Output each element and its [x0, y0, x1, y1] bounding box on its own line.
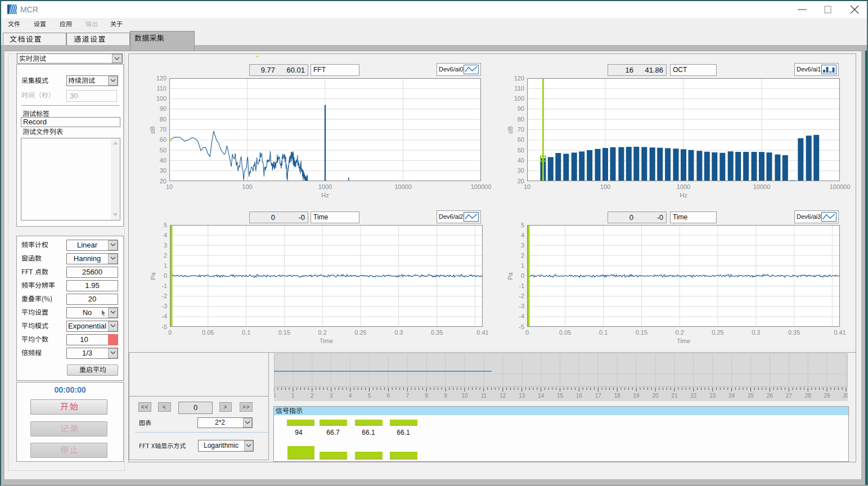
svg-text:7: 7	[406, 393, 410, 399]
svg-text:26: 26	[767, 393, 773, 399]
svg-text:16: 16	[576, 393, 583, 399]
svg-text:22: 22	[690, 393, 697, 399]
svg-text:0: 0	[274, 393, 276, 399]
svg-text:5: 5	[368, 393, 371, 399]
svg-text:25: 25	[748, 393, 754, 399]
svg-text:15: 15	[557, 393, 564, 399]
svg-text:4: 4	[349, 393, 352, 399]
svg-text:20: 20	[652, 393, 659, 399]
svg-text:10: 10	[461, 393, 468, 399]
svg-text:1: 1	[291, 393, 295, 399]
svg-text:18: 18	[614, 393, 621, 399]
svg-text:3: 3	[330, 393, 333, 399]
svg-text:23: 23	[709, 393, 716, 399]
svg-text:27: 27	[786, 393, 793, 399]
svg-text:2: 2	[311, 393, 314, 399]
svg-text:6: 6	[387, 393, 390, 399]
svg-text:12: 12	[500, 393, 506, 399]
svg-text:13: 13	[519, 393, 525, 399]
svg-text:14: 14	[538, 393, 545, 399]
svg-text:8: 8	[425, 393, 428, 399]
svg-text:17: 17	[595, 393, 602, 399]
svg-text:21: 21	[671, 393, 678, 399]
svg-text:19: 19	[633, 393, 640, 399]
svg-text:28: 28	[805, 393, 812, 399]
svg-text:29: 29	[824, 393, 831, 399]
svg-text:11: 11	[481, 393, 487, 399]
svg-text:30: 30	[843, 393, 848, 399]
svg-text:24: 24	[728, 393, 735, 399]
svg-text:9: 9	[444, 393, 447, 399]
